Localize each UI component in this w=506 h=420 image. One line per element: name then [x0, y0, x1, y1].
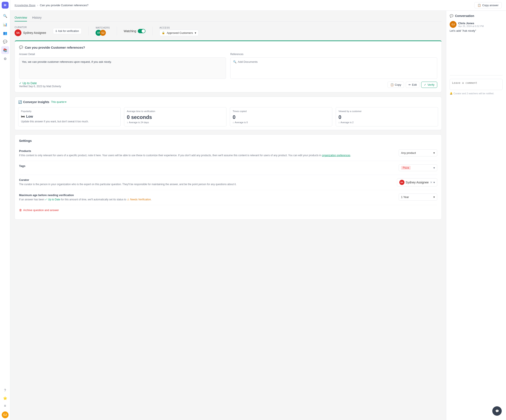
- tags-select[interactable]: Pizza ▾: [399, 164, 437, 171]
- action-buttons: 📋 Copy ✏ Edit ✓ Verify: [387, 82, 437, 88]
- breadcrumb: Knowledge Base › Can you provide Custome…: [14, 4, 88, 7]
- sidebar-item-people[interactable]: 👥: [1, 29, 9, 37]
- comment-input-area: 🔔 Curator and 2 watchers will be notifie…: [450, 75, 503, 95]
- curator-avatar: SA: [14, 29, 21, 36]
- curator-chevron-icon: ▾: [433, 181, 435, 184]
- curator-clear-button[interactable]: ✕: [430, 181, 433, 184]
- status-badge: ✓ Up to Date: [19, 81, 61, 85]
- access-group: Access 🔒 Approved Customers ▾: [159, 26, 198, 36]
- period-selector[interactable]: This quarter ▾: [51, 100, 67, 104]
- ask-for-verification-button[interactable]: ℹ Ask for verification: [53, 28, 82, 34]
- max-age-desc: If an answer has been ✓ Up to Date for t…: [19, 198, 394, 201]
- comment-time: Apr 26, 2024 at 6:52 PM: [458, 25, 484, 27]
- curator-info: SA Sydney Assignee: [14, 29, 46, 36]
- sidebar-item-knowledge-base[interactable]: 📚: [1, 46, 9, 54]
- breadcrumb-chevron-icon: ›: [37, 4, 38, 7]
- sidebar-item-chat[interactable]: 💬: [1, 38, 9, 46]
- breadcrumb-current-page: Can you provide Customer references?: [40, 4, 88, 7]
- comment-card: CJ Chris Jones Apr 26, 2024 at 6:52 PM L…: [450, 21, 503, 32]
- curator-setting-label: Curator: [19, 178, 393, 181]
- verified-text: Verified Sep 6, 2023 by Matt Doherty: [19, 85, 61, 88]
- watchers-group: Watchers ST CJ: [96, 26, 110, 36]
- insights-section: 🔄 Conveyor Insights This quarter ▾ Popul…: [14, 97, 442, 130]
- pizza-tag: Pizza: [401, 166, 411, 170]
- access-select[interactable]: 🔒 Approved Customers ▾: [159, 30, 198, 36]
- insights-header: 🔄 Conveyor Insights This quarter ▾: [18, 100, 438, 104]
- sidebar-item-menu[interactable]: ≡: [1, 402, 9, 410]
- info-icon: ℹ: [56, 30, 57, 33]
- tags-control: Pizza ▾: [399, 164, 437, 171]
- times-copied-sub-icon: ↕: [233, 121, 234, 124]
- answer-section: Answer Detail Yes, we can provide custom…: [19, 53, 226, 79]
- popularity-value: 🛏 Low: [21, 114, 118, 119]
- comment-input[interactable]: [450, 79, 503, 90]
- conversation-header: 💬 Conversation: [450, 14, 503, 18]
- access-chevron-icon: ▾: [195, 31, 196, 34]
- comment-user: CJ Chris Jones Apr 26, 2024 at 6:52 PM: [450, 21, 503, 28]
- comment-user-info: Chris Jones Apr 26, 2024 at 6:52 PM: [458, 22, 484, 27]
- insight-card-viewed: Viewed by a customer 0 ↕ Average is 2: [336, 107, 438, 127]
- chat-bubble-button[interactable]: 💬: [492, 406, 502, 416]
- copy-icon: 📋: [478, 4, 481, 7]
- copy-answer-button[interactable]: 📋 Copy answer: [474, 2, 502, 8]
- topbar: Knowledge Base › Can you provide Custome…: [10, 0, 506, 11]
- breadcrumb-knowledge-base-link[interactable]: Knowledge Base: [14, 4, 36, 7]
- curator-group: Curator SA Sydney Assignee: [14, 26, 46, 36]
- curator-control: SA Sydney Assignee ✕ ▾: [397, 178, 437, 187]
- max-age-label: Maximum age before needing verification: [19, 193, 394, 197]
- settings-section: Settings Products If this content is onl…: [14, 134, 442, 220]
- settings-title: Settings: [19, 139, 437, 142]
- insights-grid: Popularity 🛏 Low Update this answer if y…: [18, 107, 438, 127]
- setting-info-curator: Curator The curator is the person in you…: [19, 178, 393, 186]
- metadata-row: Curator SA Sydney Assignee ℹ Ask for ver…: [14, 26, 442, 36]
- copy-button[interactable]: 📋 Copy: [387, 82, 404, 88]
- setting-info-max-age: Maximum age before needing verification …: [19, 193, 394, 201]
- times-copied-value: 0: [233, 114, 329, 120]
- watching-label: Watching: [124, 29, 136, 33]
- products-select[interactable]: Any product ▾: [399, 149, 437, 156]
- references-label: References: [230, 53, 437, 56]
- add-documents-button[interactable]: 🔍 Add Documents: [233, 60, 434, 63]
- sidebar-item-chart[interactable]: 📊: [1, 20, 9, 28]
- watchers-label: Watchers: [96, 26, 110, 29]
- question-title: 💬 Can you provide Customer references?: [19, 46, 437, 49]
- sidebar-item-filter[interactable]: ⚙: [1, 55, 9, 63]
- popularity-desc: Update this answer if you want, but don'…: [21, 120, 118, 123]
- conversation-title: Conversation: [455, 14, 474, 18]
- max-age-select[interactable]: 1 Year ▾: [399, 193, 437, 200]
- period-chevron-icon: ▾: [65, 100, 67, 104]
- avg-time-value: 0 seconds: [127, 114, 224, 120]
- insights-title: 🔄 Conveyor Insights: [18, 100, 49, 104]
- archive-button[interactable]: 🗑 Archive question and answer: [19, 208, 59, 212]
- watching-toggle[interactable]: [138, 29, 146, 33]
- sidebar-item-search[interactable]: 🔍: [1, 12, 9, 20]
- left-sidebar: M 🔍 📊 👥 💬 📚 ⚙ ? ⭐ ≡ CJ: [0, 0, 10, 420]
- comment-avatar: CJ: [450, 21, 457, 28]
- viewed-sub: ↕ Average is 2: [339, 121, 435, 124]
- org-prefs-link[interactable]: organization preferences: [322, 154, 350, 157]
- insight-card-avg-time: Average time to verification 0 seconds ↕…: [124, 107, 226, 127]
- right-sidebar: 💬 Conversation CJ Chris Jones Apr 26, 20…: [446, 11, 506, 420]
- times-copied-sub: ↕ Average is 0: [233, 121, 329, 124]
- sidebar-item-help[interactable]: ?: [1, 387, 9, 394]
- products-label: Products: [19, 149, 394, 153]
- setting-row-products: Products If this content is only relevan…: [19, 146, 437, 161]
- tab-history[interactable]: History: [32, 14, 41, 21]
- products-chevron-icon: ▾: [433, 151, 435, 154]
- max-age-control: 1 Year ▾: [399, 193, 437, 200]
- search-icon: 🔍: [233, 60, 237, 63]
- answer-label: Answer Detail: [19, 53, 226, 56]
- current-user-avatar[interactable]: CJ: [2, 411, 9, 418]
- curator-inner: SA Sydney Assignee: [399, 180, 429, 185]
- sidebar-item-star[interactable]: ⭐: [1, 394, 9, 402]
- tab-overview[interactable]: Overview: [14, 14, 27, 21]
- verify-button[interactable]: ✓ Verify: [421, 82, 437, 88]
- times-copied-label: Times copied: [233, 110, 329, 113]
- lock-icon: 🔒: [162, 31, 165, 34]
- popularity-icon: 🛏: [21, 114, 25, 119]
- divider3: [152, 27, 153, 35]
- edit-button[interactable]: ✏ Edit: [406, 82, 419, 88]
- insight-card-times-copied: Times copied 0 ↕ Average is 0: [230, 107, 332, 127]
- curator-select[interactable]: SA Sydney Assignee ✕ ▾: [397, 178, 437, 187]
- popularity-label: Popularity: [21, 110, 118, 113]
